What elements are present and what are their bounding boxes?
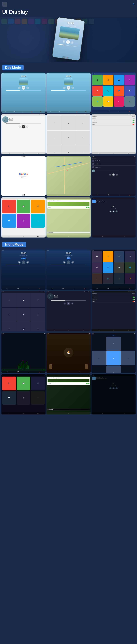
nav-play-btn[interactable]: ▶ [112, 210, 115, 212]
night-settings-power-row[interactable]: Power [92, 300, 136, 302]
next-btn-2[interactable]: ⏭ [72, 86, 74, 89]
night-app-2[interactable]: 🎵 [103, 251, 113, 262]
nav-icon-2[interactable]: 🗺 [59, 111, 60, 112]
apps-icon-2[interactable]: ⬛ [85, 111, 86, 112]
night-auto-connect-toggle[interactable] [132, 299, 135, 300]
bt-settings-settings-icon[interactable]: ⚙ [128, 153, 128, 154]
bt-next-btn[interactable]: ⏭ [26, 126, 28, 128]
prev-btn-2[interactable]: ⏮ [63, 86, 66, 89]
night-map-poi-back-icon[interactable]: ← [68, 413, 69, 414]
night-music-icon-1[interactable]: ♪ [28, 288, 29, 289]
night-nav-prev-btn[interactable]: ⏮ [109, 387, 112, 390]
nav-poi-back-icon[interactable]: ← [68, 236, 69, 237]
auto-answer-toggle[interactable] [132, 120, 135, 121]
nav-turn-home-icon[interactable]: ⌂ [124, 236, 125, 237]
carplay-more-app[interactable]: ⋯ [31, 214, 45, 228]
music-list-item-2[interactable]: 🎵 reme水云间.mp3 [92, 162, 136, 166]
night-carplay-apps-icon[interactable]: ⬛ [37, 413, 38, 414]
play-btn-2[interactable]: ⏸ [67, 86, 70, 90]
app-icon-9[interactable]: 🌐 [92, 96, 102, 107]
app-icon-8[interactable]: 📡 [124, 86, 135, 96]
carplay-back-icon[interactable]: ← [8, 236, 10, 237]
night-carplay-podcast-app[interactable]: 🎙 [17, 391, 30, 405]
night-email-icon-2[interactable]: ✉ [52, 288, 52, 289]
map-content[interactable]: 📍 [46, 157, 90, 194]
map-home-icon[interactable]: ⌂ [79, 194, 80, 196]
bt-music-music-icon[interactable]: ♪ [24, 153, 24, 154]
night-apps-music-icon[interactable]: ♪ [118, 288, 119, 289]
bt-play-btn[interactable]: ⏸ [22, 125, 25, 128]
night-nav-next-btn[interactable]: ⏭ [116, 387, 118, 390]
key-3[interactable]: 3 [76, 116, 90, 130]
night-auto-icon-2[interactable]: 🚗 [84, 288, 86, 289]
night-app-10[interactable]: 📺 [103, 273, 113, 284]
key-6[interactable]: 6 [76, 131, 90, 145]
carplay-apps-icon[interactable]: ⬛ [37, 236, 38, 237]
bt-settings-phone-icon[interactable]: 📞 [98, 153, 100, 154]
night-apps-nav-icon[interactable]: 🗺 [108, 288, 108, 289]
night-app-3[interactable]: 📷 [114, 251, 124, 262]
night-nav-turn-back-icon[interactable]: ← [102, 413, 103, 414]
app-icon-10[interactable]: 💬 [103, 96, 113, 107]
night-play-btn-1[interactable]: ⏸ [22, 260, 25, 264]
night-key-9[interactable]: 9 [31, 322, 45, 331]
app-icon-1[interactable]: 📱 [92, 75, 102, 85]
night-next-btn-1[interactable]: ⏭ [26, 261, 29, 264]
night-app-11[interactable]: 📱 [114, 273, 124, 284]
night-app-8[interactable]: 🌐 [125, 262, 135, 273]
apps-icon-1[interactable]: ⬛ [40, 111, 42, 112]
key-4[interactable]: 4 [47, 131, 61, 145]
google-apps-icon[interactable]: ⬛ [24, 194, 25, 196]
night-carplay-back-icon[interactable]: ← [8, 413, 10, 414]
night-bt-music-music-icon[interactable]: ♪ [68, 330, 69, 331]
night-nav-icon-1[interactable]: 🗺 [18, 288, 18, 289]
app-icon-2[interactable]: 🎵 [103, 75, 113, 85]
night-app-5[interactable]: 🗺 [92, 262, 102, 273]
bt-music-settings-icon[interactable]: ⚙ [38, 153, 38, 154]
app-icon-11[interactable]: 🎙 [114, 96, 124, 107]
prev-button[interactable]: ⏮ [62, 40, 65, 43]
night-waveform-email-icon[interactable]: ✉ [6, 371, 8, 372]
night-bt-music-progress[interactable] [51, 300, 86, 301]
night-key-4[interactable]: 4 [2, 308, 16, 322]
key-2[interactable]: 2 [61, 116, 76, 130]
prev-btn-1[interactable]: ⏮ [18, 86, 20, 89]
key-1[interactable]: 1 [47, 116, 61, 130]
ml-prev-btn[interactable]: ⏮ [109, 174, 111, 176]
poi-go-btn[interactable]: GO [86, 206, 90, 208]
night-nav-icon-2[interactable]: 🗺 [62, 288, 64, 289]
night-key-6[interactable]: 6 [31, 308, 45, 322]
night-bt-prev-btn[interactable]: ⏮ [64, 302, 66, 305]
night-bt-settings-phone-icon[interactable]: 📞 [98, 330, 100, 331]
night-play-btn-2[interactable]: ⏸ [67, 260, 70, 264]
settings-icon[interactable]: ⚙ [68, 57, 69, 59]
settings-power-row[interactable]: Power [92, 123, 136, 126]
ml-nav-icon[interactable]: 🗺 [108, 194, 108, 196]
night-bt-play-btn[interactable]: ⏸ [67, 302, 70, 305]
play-pause-button[interactable]: ⏸ [66, 40, 70, 44]
night-photo-home-icon[interactable]: ⌂ [79, 371, 80, 372]
night-poi-go-btn[interactable]: GO [86, 383, 90, 384]
key-9[interactable]: 9 [76, 145, 90, 154]
ml-auto-icon[interactable]: 🚗 [129, 194, 130, 196]
email-icon-1[interactable]: ✉ [6, 111, 6, 112]
night-prev-btn-2[interactable]: ⏮ [63, 261, 66, 264]
settings-auto-connect-row[interactable]: Auto connect [92, 121, 136, 123]
night-progress-2[interactable] [51, 265, 86, 265]
nav-right-btn[interactable]: → [121, 351, 135, 365]
night-carplay-messages-app[interactable]: 💬 [17, 376, 30, 390]
night-app-12[interactable]: 💡 [125, 273, 135, 284]
email-icon-2[interactable]: ✉ [50, 111, 52, 112]
night-power-toggle[interactable] [132, 301, 135, 302]
night-next-btn-2[interactable]: ⏭ [72, 261, 74, 264]
bt-prev-btn[interactable]: ⏮ [18, 126, 21, 128]
night-waveform-nav-icon[interactable]: 🗺 [18, 371, 18, 372]
auto-connect-toggle[interactable] [132, 122, 135, 123]
power-toggle[interactable] [132, 124, 135, 125]
night-music-icon-2[interactable]: ♪ [74, 288, 74, 289]
app-icon-5[interactable]: 🗺 [92, 86, 102, 96]
nav-dots-icon[interactable]: ≡ [133, 2, 135, 6]
music-list-item-3[interactable]: 🎵 华夏_沉积_97.mp3 [92, 166, 136, 169]
night-bt-music-settings-icon[interactable]: ⚙ [82, 330, 84, 331]
map-back-icon[interactable]: ← [57, 194, 58, 196]
